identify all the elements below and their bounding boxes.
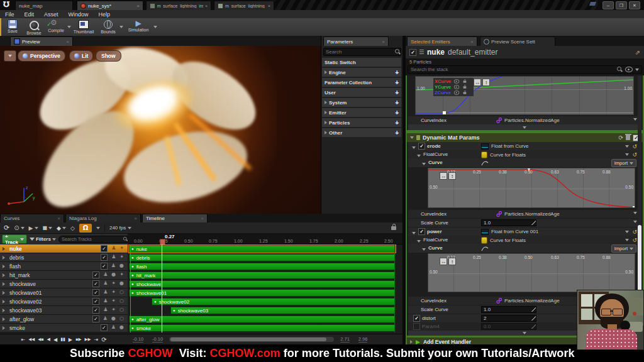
- track-row-shockwave[interactable]: shockwave✓♟✦●: [0, 280, 128, 288]
- erode-curve-graph[interactable]: 0.13 0.25 0.38 0.50 0.63 0.75 0.88 0.50 …: [428, 168, 635, 208]
- next-key-button[interactable]: ▪▶: [75, 337, 81, 342]
- menu-asset[interactable]: Asset: [44, 11, 58, 18]
- solo-icon[interactable]: ✦: [119, 245, 124, 252]
- param-row-engine[interactable]: Engine+: [322, 68, 401, 77]
- simulation-button[interactable]: ▶ Simulation: [125, 19, 152, 35]
- erode-row[interactable]: ✓ erode Float from Curve ↺: [408, 142, 640, 150]
- snap-button[interactable]: Ω: [79, 224, 92, 233]
- person-icon[interactable]: ♟: [111, 324, 116, 331]
- menu-window[interactable]: Window: [69, 11, 89, 18]
- floatcurve-row[interactable]: FloatCurve Curve for Floats ↺: [408, 150, 640, 158]
- bar-flash[interactable]: ●flash: [129, 263, 396, 270]
- render-icon[interactable]: ●: [119, 324, 124, 331]
- loop-mode-button[interactable]: ⟳: [101, 336, 106, 343]
- close-icon[interactable]: ×: [134, 216, 137, 221]
- curve-index-value[interactable]: Particles.NormalizedAge: [504, 118, 560, 123]
- person-icon[interactable]: ♟: [111, 254, 116, 261]
- emitter-enabled-checkbox[interactable]: ✓: [409, 49, 416, 56]
- track-row-shockwave02[interactable]: shockwave02✓♟✦○: [0, 297, 128, 306]
- close-icon[interactable]: ×: [268, 4, 270, 8]
- keyframe-icon[interactable]: ◆: [57, 225, 61, 231]
- scrollbar-thumb[interactable]: [638, 225, 641, 292]
- selected-emitters-tab[interactable]: Selected Emitters ×: [407, 36, 477, 46]
- expander-icon[interactable]: [3, 291, 5, 295]
- expander-down-icon[interactable]: [422, 163, 426, 165]
- close-icon[interactable]: ×: [136, 3, 140, 9]
- play-button[interactable]: ▶: [69, 337, 72, 343]
- add-parameter-button[interactable]: +: [395, 129, 399, 136]
- bar-smoke[interactable]: ●smoke: [129, 324, 396, 332]
- pause-button[interactable]: ▮▮: [60, 337, 65, 342]
- lit-button[interactable]: Lit: [69, 50, 93, 62]
- floatcurve-value[interactable]: Curve for Floats: [490, 152, 526, 158]
- eye-filter-icon[interactable]: [625, 67, 633, 72]
- add-parameter-button[interactable]: +: [395, 79, 399, 86]
- refresh-icon[interactable]: ⟳: [618, 134, 623, 141]
- bar-hit-mark[interactable]: ●hit_mark: [129, 272, 396, 279]
- parameters-search-input[interactable]: [326, 48, 395, 55]
- light-icon[interactable]: ○: [119, 315, 124, 322]
- track-checkbox[interactable]: ✓: [92, 272, 99, 278]
- solo-icon[interactable]: ✦: [119, 272, 124, 278]
- ycurve-label[interactable]: YCurve: [435, 84, 451, 90]
- track-checkbox[interactable]: ✓: [92, 280, 99, 287]
- light-icon[interactable]: ○: [119, 307, 124, 314]
- curve-index-value[interactable]: Particles.NormalizedAge: [504, 211, 560, 217]
- chevron-down-icon[interactable]: [625, 231, 629, 233]
- play-reverse-button[interactable]: ◀: [53, 337, 57, 343]
- param-row-user[interactable]: User+: [322, 88, 401, 97]
- track-row-shockwave01[interactable]: shockwave01✓♟✦○: [0, 288, 128, 297]
- render-icon[interactable]: ●: [111, 315, 116, 322]
- track-checkbox[interactable]: ✓: [92, 298, 99, 305]
- visibility-icon[interactable]: [454, 85, 459, 89]
- param-row-emitter[interactable]: Emitter+: [322, 108, 401, 117]
- fit-vertical-button[interactable]: ↕: [448, 258, 456, 265]
- chevron-down-icon[interactable]: [35, 227, 38, 229]
- track-row-flash[interactable]: flash✓♟●: [0, 262, 128, 271]
- zcurve-label[interactable]: ZCurve: [435, 90, 451, 96]
- track-checkbox[interactable]: ✓: [101, 245, 108, 252]
- range-start-b[interactable]: -0.10: [152, 336, 163, 343]
- expand-value-icon[interactable]: [531, 324, 536, 329]
- stop-options-icon[interactable]: ■: [43, 225, 48, 231]
- param-row-system[interactable]: System+: [322, 98, 401, 107]
- timeline-ruler[interactable]: 0.00 0.25 0.50 0.75 1.00 1.25 1.50 1.75 …: [128, 234, 402, 244]
- auto-key-icon[interactable]: ◇: [70, 225, 75, 231]
- asset-tab-nuke-sys[interactable]: nuke_sys* ×: [77, 1, 143, 10]
- track-checkbox[interactable]: ✓: [101, 263, 108, 270]
- bar-shockwave01[interactable]: ●shockwave01: [129, 289, 396, 297]
- viewport-menu-button[interactable]: [4, 50, 16, 62]
- expander-icon[interactable]: [325, 101, 327, 104]
- power-checkbox[interactable]: ✓: [418, 228, 425, 235]
- step-back-button[interactable]: ◀: [47, 337, 50, 342]
- chevron-down-icon[interactable]: [625, 145, 629, 148]
- visibility-icon[interactable]: [454, 90, 459, 94]
- expander-icon[interactable]: [3, 282, 5, 286]
- thumbnail-button[interactable]: Thumbnail: [72, 19, 96, 35]
- reset-icon[interactable]: ↺: [632, 152, 637, 157]
- banner-link[interactable]: CGHOW.com: [209, 346, 280, 359]
- curve-row[interactable]: Curve Import: [408, 244, 640, 253]
- add-parameter-button[interactable]: +: [395, 99, 399, 106]
- menu-file[interactable]: File: [5, 11, 14, 18]
- solo-icon[interactable]: ✦: [111, 298, 116, 305]
- bar-debris[interactable]: ●debris: [129, 254, 396, 261]
- asset-tab-material[interactable]: m_surface_lightning ×: [214, 1, 274, 10]
- expander-down-icon[interactable]: [422, 248, 426, 251]
- import-button[interactable]: Import: [611, 159, 636, 167]
- bar-after-glow[interactable]: ●after_glow: [129, 315, 396, 323]
- solo-icon[interactable]: ✦: [111, 307, 116, 314]
- solo-icon[interactable]: ✦: [111, 289, 116, 296]
- power-row[interactable]: ✓ power Float from Curve 001 ↺: [408, 228, 640, 236]
- camera-icon[interactable]: ⊙: [14, 224, 19, 231]
- expander-down-icon[interactable]: [412, 146, 416, 149]
- restore-button[interactable]: ❐: [616, 1, 627, 9]
- range-end-b[interactable]: 2.96: [358, 336, 368, 343]
- expand-value-icon[interactable]: [531, 316, 536, 321]
- param4-checkbox[interactable]: [413, 323, 420, 330]
- track-row-after-glow[interactable]: after_glow✓♟●○: [0, 315, 128, 324]
- person-icon[interactable]: ♟: [111, 263, 116, 270]
- preview-tab[interactable]: Preview ×: [10, 36, 73, 46]
- timeline-scrollbar[interactable]: [169, 337, 334, 342]
- preview-viewport[interactable]: Perspective Lit Show z y: [0, 46, 321, 214]
